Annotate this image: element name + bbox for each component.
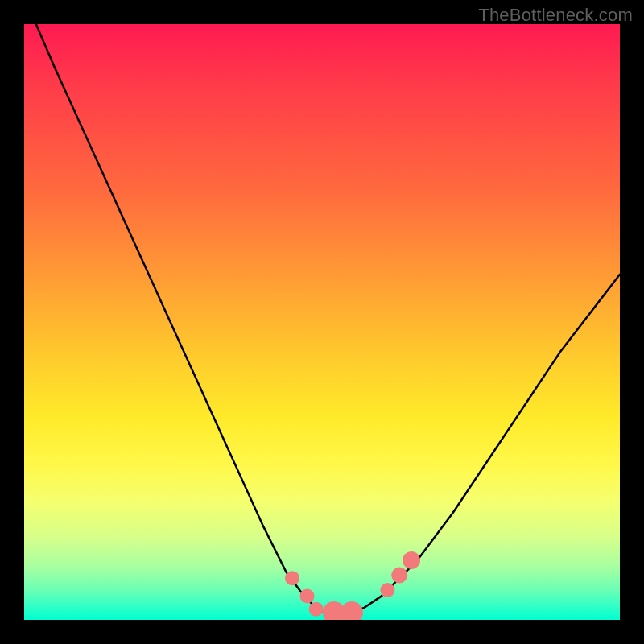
curve-marker: [380, 583, 394, 597]
curve-marker: [309, 602, 324, 617]
curve-marker: [300, 588, 315, 603]
curve-marker: [341, 601, 363, 620]
bottleneck-curve: [36, 24, 620, 614]
curve-marker: [391, 568, 407, 584]
curve-markers: [285, 551, 420, 620]
chart-frame: TheBottleneck.com: [0, 0, 644, 644]
curve-marker: [402, 551, 420, 569]
watermark-text: TheBottleneck.com: [478, 5, 633, 26]
plot-area: [24, 24, 620, 620]
curve-marker: [285, 571, 299, 585]
bottleneck-curve-svg: [24, 24, 620, 620]
